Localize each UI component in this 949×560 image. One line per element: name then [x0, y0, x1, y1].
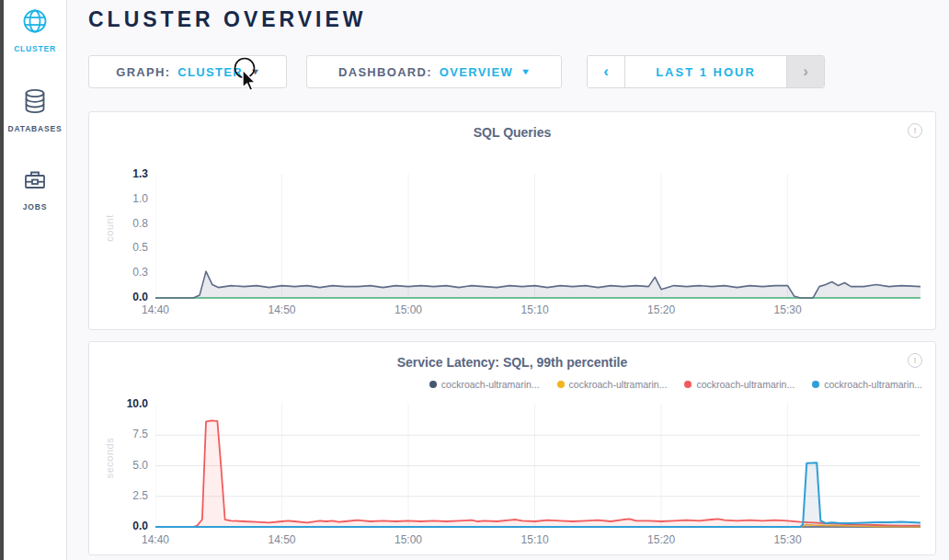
sidebar-item-label: CLUSTER	[14, 44, 56, 53]
dashboard-dropdown[interactable]: DASHBOARD: OVERVIEW ▼	[306, 55, 562, 88]
legend-item[interactable]: cockroach-ultramarin...	[429, 379, 540, 390]
y-tick-label: 5.0	[132, 459, 148, 472]
x-tick-label: 14:40	[135, 533, 176, 546]
sidebar-item-label: JOBS	[23, 202, 47, 211]
x-tick-label: 15:10	[515, 533, 555, 546]
sidebar-item-jobs[interactable]: JOBS	[22, 167, 48, 211]
legend-item[interactable]: cockroach-ultramarin...	[557, 379, 668, 390]
y-tick-label: 0.0	[132, 520, 148, 532]
x-tick-label: 15:00	[388, 303, 429, 316]
x-tick-label: 14:50	[262, 533, 303, 546]
chart-title: SQL Queries	[89, 125, 935, 140]
globe-icon	[21, 7, 49, 39]
controls-bar: GRAPH: CLUSTER ▼ DASHBOARD: OVERVIEW ▼ ‹…	[88, 55, 825, 88]
x-tick-label: 15:30	[768, 533, 808, 546]
y-tick-label: 2.5	[132, 489, 148, 502]
y-axis-label: count	[104, 200, 115, 256]
sql-queries-plot[interactable]	[155, 174, 920, 299]
legend-dot-icon	[429, 381, 437, 388]
dashboard-dropdown-label: DASHBOARD:	[338, 65, 432, 79]
time-range-label[interactable]: LAST 1 HOUR	[624, 56, 787, 87]
x-tick-label: 15:20	[641, 303, 681, 316]
chevron-down-icon: ▼	[520, 67, 532, 76]
legend-dot-icon	[684, 381, 692, 388]
graph-dropdown-value: CLUSTER	[177, 65, 243, 79]
y-tick-label: 0.0	[132, 291, 148, 303]
graph-dropdown-label: GRAPH:	[116, 65, 170, 79]
y-tick-label: 10.0	[127, 397, 148, 410]
x-tick-label: 14:40	[135, 303, 176, 316]
x-tick-label: 15:10	[515, 303, 555, 316]
legend-label: cockroach-ultramarin...	[441, 379, 540, 390]
sidebar: CLUSTER DATABASES JOBS	[4, 0, 67, 560]
legend-dot-icon	[812, 381, 819, 388]
chevron-down-icon: ▼	[249, 67, 260, 76]
x-tick-label: 15:20	[641, 533, 681, 546]
y-tick-label: 7.5	[132, 428, 148, 440]
time-range-selector: ‹ LAST 1 HOUR ›	[587, 55, 825, 88]
sidebar-item-label: DATABASES	[8, 124, 63, 133]
chart-panel-service-latency: Service Latency: SQL, 99th percentile ! …	[88, 341, 936, 555]
legend-label: cockroach-ultramarin...	[824, 379, 922, 390]
main-content: CLUSTER OVERVIEW GRAPH: CLUSTER ▼ DASHBO…	[67, 0, 949, 560]
dashboard-dropdown-value: OVERVIEW	[440, 65, 513, 79]
legend-item[interactable]: cockroach-ultramarin...	[812, 379, 922, 390]
legend-label: cockroach-ultramarin...	[696, 379, 795, 390]
service-latency-plot[interactable]	[155, 404, 920, 528]
x-tick-label: 15:30	[768, 303, 808, 316]
page-title: CLUSTER OVERVIEW	[88, 7, 367, 32]
chart-legend: cockroach-ultramarin...cockroach-ultrama…	[429, 379, 922, 390]
y-tick-label: 1.3	[132, 167, 148, 180]
info-icon[interactable]: !	[908, 123, 922, 138]
sql-queries-area	[155, 271, 920, 298]
y-axis-label: seconds	[104, 430, 115, 486]
legend-label: cockroach-ultramarin...	[569, 379, 668, 390]
chart-panel-sql-queries: SQL Queries ! count 0.00.30.50.81.01.3 1…	[88, 111, 936, 330]
y-tick-label: 0.3	[132, 266, 148, 279]
y-tick-label: 0.8	[132, 217, 148, 230]
legend-dot-icon	[557, 381, 565, 388]
info-icon[interactable]: !	[908, 353, 922, 368]
legend-item[interactable]: cockroach-ultramarin...	[684, 379, 795, 390]
database-icon	[21, 87, 49, 119]
time-prev-button[interactable]: ‹	[588, 56, 624, 87]
graph-dropdown[interactable]: GRAPH: CLUSTER ▼	[88, 55, 287, 88]
x-tick-label: 15:00	[388, 533, 429, 546]
sidebar-item-databases[interactable]: DATABASES	[8, 87, 63, 133]
y-tick-label: 0.5	[132, 241, 148, 254]
y-tick-label: 1.0	[132, 192, 148, 205]
chart-title: Service Latency: SQL, 99th percentile	[89, 355, 935, 370]
sidebar-item-cluster[interactable]: CLUSTER	[14, 7, 56, 53]
time-next-button[interactable]: ›	[787, 56, 824, 87]
x-tick-label: 14:50	[262, 303, 303, 316]
briefcase-icon	[22, 167, 48, 197]
